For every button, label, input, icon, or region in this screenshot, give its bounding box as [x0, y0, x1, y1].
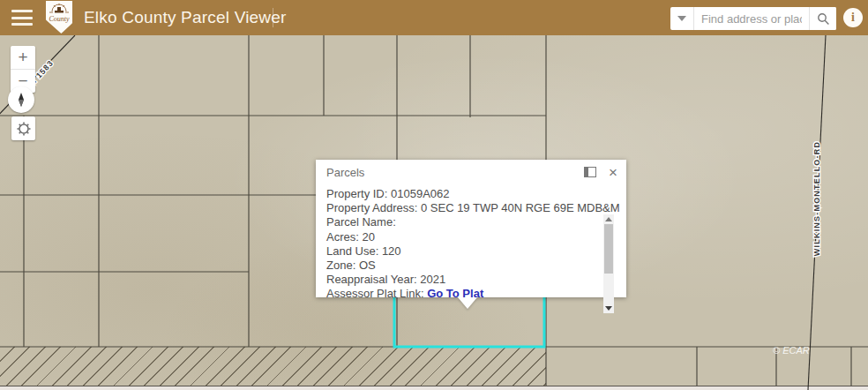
popup-scrollbar[interactable]: [603, 214, 614, 313]
scroll-down-icon[interactable]: [605, 306, 612, 311]
compass-button[interactable]: [8, 86, 34, 113]
popup-field-property-address: Property Address: 0 SEC 19 TWP 40N RGE 6…: [326, 201, 596, 215]
popup-title: Parcels: [326, 166, 584, 179]
map-canvas[interactable]: BLM 1583 WILKINS-MONTELLO-RD © ECAR + −: [0, 35, 868, 390]
dock-popup-icon[interactable]: [584, 167, 596, 177]
popup-field-acres: Acres: 20: [326, 230, 596, 244]
compass-needle-icon: [13, 92, 29, 108]
page-title: Elko County Parcel Viewer: [84, 8, 287, 27]
chevron-down-icon: [677, 16, 686, 21]
svg-text:County: County: [49, 15, 70, 23]
parcel-info-popup: Parcels × Property ID: 01059A062 Propert…: [316, 160, 626, 297]
popup-header: Parcels ×: [316, 160, 626, 184]
gear-icon: [17, 122, 31, 136]
map-attribution: © ECAR: [773, 345, 810, 356]
search-widget: [670, 7, 836, 30]
search-input[interactable]: [694, 7, 809, 30]
popup-field-zone: Zone: OS: [326, 259, 596, 273]
magnifier-icon: [817, 12, 830, 26]
popup-field-land-use: Land Use: 120: [326, 244, 596, 259]
app-header: County Elko County Parcel Viewer i: [0, 0, 868, 35]
search-button[interactable]: [809, 7, 836, 30]
zoom-in-button[interactable]: +: [11, 46, 35, 70]
popup-field-property-id: Property ID: 01059A062: [326, 187, 596, 201]
popup-pointer: [458, 297, 477, 309]
zoom-controls: + −: [11, 46, 35, 93]
popup-body: Property ID: 01059A062 Property Address:…: [316, 184, 626, 302]
parcel-viewer-app: BLM 1583 WILKINS-MONTELLO-RD © ECAR + −: [0, 0, 868, 390]
hamburger-menu-icon[interactable]: [11, 10, 33, 26]
popup-field-parcel-name: Parcel Name:: [326, 215, 596, 229]
scrollbar-thumb[interactable]: [604, 224, 613, 274]
info-button[interactable]: i: [843, 8, 863, 27]
elko-county-logo: County: [46, 1, 72, 34]
county-seal-icon: County: [46, 1, 72, 34]
road-label-wilkins-montello: WILKINS-MONTELLO-RD: [812, 141, 821, 256]
close-icon[interactable]: ×: [609, 165, 617, 180]
scroll-up-icon[interactable]: [605, 217, 612, 221]
search-source-dropdown[interactable]: [670, 7, 694, 30]
header-divider: [273, 8, 273, 27]
popup-field-reappraisal-year: Reappraisal Year: 2021: [326, 273, 596, 287]
settings-gear-button[interactable]: [11, 116, 35, 140]
